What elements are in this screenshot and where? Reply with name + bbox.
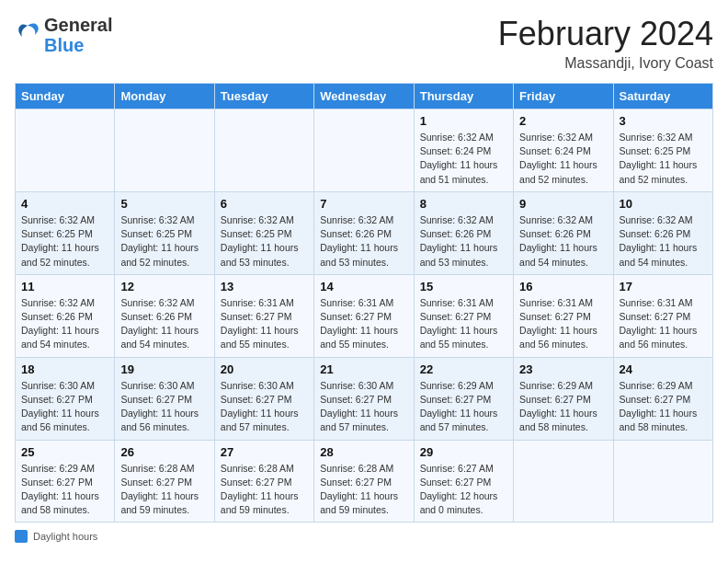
day-number: 25 (21, 445, 108, 459)
day-info: Sunrise: 6:30 AMSunset: 6:27 PMDaylight:… (221, 379, 308, 435)
day-info: Sunrise: 6:30 AMSunset: 6:27 PMDaylight:… (320, 379, 407, 435)
day-info: Sunrise: 6:32 AMSunset: 6:26 PMDaylight:… (519, 213, 607, 270)
day-info: Sunrise: 6:32 AMSunset: 6:26 PMDaylight:… (120, 296, 208, 352)
calendar-cell: 4Sunrise: 6:32 AMSunset: 6:25 PMDaylight… (16, 191, 115, 274)
day-number: 16 (519, 280, 607, 293)
day-number: 1 (420, 114, 507, 128)
calendar-cell: 10Sunrise: 6:32 AMSunset: 6:26 PMDayligh… (613, 191, 712, 274)
day-number: 9 (519, 197, 607, 211)
calendar-cell: 23Sunrise: 6:29 AMSunset: 6:27 PMDayligh… (514, 357, 613, 440)
calendar-cell: 20Sunrise: 6:30 AMSunset: 6:27 PMDayligh… (214, 357, 313, 440)
day-info: Sunrise: 6:32 AMSunset: 6:25 PMDaylight:… (21, 213, 108, 270)
title-block: February 2024 Massandji, Ivory Coast (498, 15, 713, 72)
calendar-day-header: Monday (115, 84, 214, 109)
day-number: 26 (120, 445, 208, 459)
calendar-day-header: Tuesday (214, 84, 313, 109)
calendar-day-header: Sunday (16, 84, 115, 109)
day-info: Sunrise: 6:32 AMSunset: 6:26 PMDaylight:… (420, 213, 507, 270)
day-info: Sunrise: 6:31 AMSunset: 6:27 PMDaylight:… (221, 296, 308, 352)
day-number: 7 (320, 197, 407, 211)
day-number: 14 (320, 280, 407, 293)
calendar-cell: 1Sunrise: 6:32 AMSunset: 6:24 PMDaylight… (414, 109, 513, 192)
calendar-cell (314, 109, 414, 192)
calendar-week-row: 4Sunrise: 6:32 AMSunset: 6:25 PMDaylight… (16, 191, 713, 274)
daylight-legend-box (15, 530, 28, 543)
calendar-day-header: Friday (514, 84, 613, 109)
day-number: 11 (21, 280, 108, 293)
calendar-cell: 21Sunrise: 6:30 AMSunset: 6:27 PMDayligh… (314, 357, 414, 440)
day-info: Sunrise: 6:32 AMSunset: 6:25 PMDaylight:… (620, 131, 707, 187)
calendar-cell (16, 109, 115, 192)
calendar-cell (514, 440, 613, 523)
day-number: 19 (120, 362, 208, 376)
day-info: Sunrise: 6:32 AMSunset: 6:24 PMDaylight:… (519, 131, 607, 187)
day-number: 12 (120, 280, 208, 293)
calendar-cell: 17Sunrise: 6:31 AMSunset: 6:27 PMDayligh… (613, 274, 712, 357)
day-number: 15 (420, 280, 507, 293)
calendar-cell: 11Sunrise: 6:32 AMSunset: 6:26 PMDayligh… (16, 274, 115, 357)
calendar-cell (613, 440, 712, 523)
day-number: 5 (120, 197, 208, 211)
daylight-label: Daylight hours (33, 531, 97, 542)
calendar-cell: 26Sunrise: 6:28 AMSunset: 6:27 PMDayligh… (115, 440, 214, 523)
footer: Daylight hours (15, 530, 713, 543)
day-info: Sunrise: 6:28 AMSunset: 6:27 PMDaylight:… (221, 462, 308, 518)
calendar-week-row: 1Sunrise: 6:32 AMSunset: 6:24 PMDaylight… (16, 109, 713, 192)
day-number: 22 (420, 362, 507, 376)
day-number: 21 (320, 362, 407, 376)
day-number: 18 (21, 362, 108, 376)
logo-bird-icon (15, 22, 40, 48)
calendar-cell: 9Sunrise: 6:32 AMSunset: 6:26 PMDaylight… (514, 191, 613, 274)
calendar-header-row: SundayMondayTuesdayWednesdayThursdayFrid… (16, 84, 713, 109)
calendar-cell: 2Sunrise: 6:32 AMSunset: 6:24 PMDaylight… (514, 109, 613, 192)
day-info: Sunrise: 6:30 AMSunset: 6:27 PMDaylight:… (120, 379, 208, 435)
calendar-cell: 29Sunrise: 6:27 AMSunset: 6:27 PMDayligh… (414, 440, 513, 523)
calendar-cell: 24Sunrise: 6:29 AMSunset: 6:27 PMDayligh… (613, 357, 712, 440)
day-number: 4 (21, 197, 108, 211)
calendar-cell: 12Sunrise: 6:32 AMSunset: 6:26 PMDayligh… (115, 274, 214, 357)
day-number: 23 (519, 362, 607, 376)
day-info: Sunrise: 6:32 AMSunset: 6:26 PMDaylight:… (620, 213, 707, 270)
day-info: Sunrise: 6:31 AMSunset: 6:27 PMDaylight:… (320, 296, 407, 352)
calendar-cell: 8Sunrise: 6:32 AMSunset: 6:26 PMDaylight… (414, 191, 513, 274)
calendar-cell (115, 109, 214, 192)
day-info: Sunrise: 6:29 AMSunset: 6:27 PMDaylight:… (420, 379, 507, 435)
location-subtitle: Massandji, Ivory Coast (498, 55, 713, 72)
calendar-cell: 19Sunrise: 6:30 AMSunset: 6:27 PMDayligh… (115, 357, 214, 440)
day-number: 2 (519, 114, 607, 128)
calendar-cell: 18Sunrise: 6:30 AMSunset: 6:27 PMDayligh… (16, 357, 115, 440)
day-info: Sunrise: 6:31 AMSunset: 6:27 PMDaylight:… (620, 296, 707, 352)
day-number: 3 (620, 114, 707, 128)
month-year-title: February 2024 (498, 15, 713, 53)
calendar-day-header: Saturday (613, 84, 712, 109)
calendar-cell: 13Sunrise: 6:31 AMSunset: 6:27 PMDayligh… (214, 274, 313, 357)
day-number: 8 (420, 197, 507, 211)
day-number: 13 (221, 280, 308, 293)
day-number: 27 (221, 445, 308, 459)
day-number: 6 (221, 197, 308, 211)
day-number: 29 (420, 445, 507, 459)
day-number: 17 (620, 280, 707, 293)
day-info: Sunrise: 6:32 AMSunset: 6:26 PMDaylight:… (21, 296, 108, 352)
calendar-day-header: Thursday (414, 84, 513, 109)
day-info: Sunrise: 6:30 AMSunset: 6:27 PMDaylight:… (21, 379, 108, 435)
calendar-cell: 27Sunrise: 6:28 AMSunset: 6:27 PMDayligh… (214, 440, 313, 523)
day-info: Sunrise: 6:32 AMSunset: 6:25 PMDaylight:… (120, 213, 208, 270)
day-info: Sunrise: 6:31 AMSunset: 6:27 PMDaylight:… (519, 296, 607, 352)
calendar-week-row: 18Sunrise: 6:30 AMSunset: 6:27 PMDayligh… (16, 357, 713, 440)
calendar-table: SundayMondayTuesdayWednesdayThursdayFrid… (15, 83, 713, 523)
calendar-cell: 16Sunrise: 6:31 AMSunset: 6:27 PMDayligh… (514, 274, 613, 357)
day-info: Sunrise: 6:31 AMSunset: 6:27 PMDaylight:… (420, 296, 507, 352)
page-header: General Blue February 2024 Massandji, Iv… (15, 15, 713, 72)
calendar-cell: 25Sunrise: 6:29 AMSunset: 6:27 PMDayligh… (16, 440, 115, 523)
calendar-week-row: 11Sunrise: 6:32 AMSunset: 6:26 PMDayligh… (16, 274, 713, 357)
calendar-week-row: 25Sunrise: 6:29 AMSunset: 6:27 PMDayligh… (16, 440, 713, 523)
calendar-cell: 14Sunrise: 6:31 AMSunset: 6:27 PMDayligh… (314, 274, 414, 357)
calendar-cell: 7Sunrise: 6:32 AMSunset: 6:26 PMDaylight… (314, 191, 414, 274)
calendar-day-header: Wednesday (314, 84, 414, 109)
calendar-cell: 6Sunrise: 6:32 AMSunset: 6:25 PMDaylight… (214, 191, 313, 274)
day-info: Sunrise: 6:29 AMSunset: 6:27 PMDaylight:… (620, 379, 707, 435)
calendar-cell: 28Sunrise: 6:28 AMSunset: 6:27 PMDayligh… (314, 440, 414, 523)
day-info: Sunrise: 6:32 AMSunset: 6:24 PMDaylight:… (420, 131, 507, 187)
day-number: 10 (620, 197, 707, 211)
